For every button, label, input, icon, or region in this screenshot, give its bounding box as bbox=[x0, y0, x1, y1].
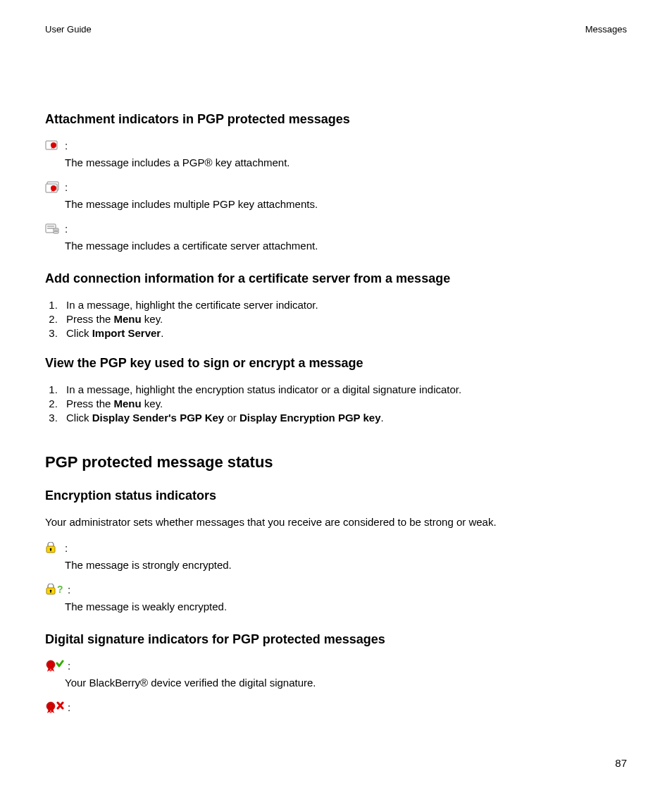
colon: : bbox=[65, 542, 68, 556]
step: Click Display Sender's PGP Key or Displa… bbox=[61, 412, 627, 424]
steps-view-pgp-key: In a message, highlight the encryption s… bbox=[45, 383, 627, 424]
menu-key-label: Menu bbox=[114, 398, 142, 409]
header-left: User Guide bbox=[45, 24, 92, 35]
indicator-desc-weak-encrypt: The message is weakly encrypted. bbox=[65, 600, 627, 612]
encryption-intro-text: Your administrator sets whether messages… bbox=[45, 516, 627, 528]
indicator-desc-cert-server: The message includes a certificate serve… bbox=[65, 240, 627, 252]
step: In a message, highlight the certificate … bbox=[61, 299, 627, 311]
step: Press the Menu key. bbox=[61, 398, 627, 409]
signature-not-verified-icon bbox=[45, 701, 68, 715]
colon: : bbox=[68, 701, 70, 715]
indicator-desc-pgp-key: The message includes a PGP® key attachme… bbox=[65, 156, 627, 168]
pgp-multi-key-attachment-icon bbox=[45, 181, 65, 195]
display-encryption-key-label: Display Encryption PGP key bbox=[239, 412, 381, 424]
step: In a message, highlight the encryption s… bbox=[61, 383, 627, 395]
heading-pgp-protected-status: PGP protected message status bbox=[45, 453, 627, 472]
svg-rect-9 bbox=[54, 230, 58, 230]
svg-rect-8 bbox=[54, 228, 58, 233]
weak-encryption-lock-icon: ? bbox=[45, 584, 68, 598]
import-server-label: Import Server bbox=[92, 327, 161, 339]
svg-rect-7 bbox=[47, 228, 54, 229]
indicator-desc-sig-verified: Your BlackBerry® device verified the dig… bbox=[65, 677, 627, 689]
strong-encryption-lock-icon bbox=[45, 542, 65, 556]
svg-rect-16 bbox=[50, 591, 51, 593]
indicator-desc-strong-encrypt: The message is strongly encrypted. bbox=[65, 559, 627, 571]
step: Click Import Server. bbox=[61, 327, 627, 339]
heading-attachment-indicators: Attachment indicators in PGP protected m… bbox=[45, 112, 627, 127]
signature-verified-icon bbox=[45, 660, 68, 674]
pgp-key-attachment-icon bbox=[45, 140, 65, 154]
heading-encryption-status: Encryption status indicators bbox=[45, 488, 627, 503]
page-number: 87 bbox=[615, 757, 627, 769]
heading-add-connection: Add connection information for a certifi… bbox=[45, 271, 627, 286]
indicator-desc-pgp-multi-key: The message includes multiple PGP key at… bbox=[65, 198, 627, 210]
steps-add-connection: In a message, highlight the certificate … bbox=[45, 299, 627, 339]
svg-rect-10 bbox=[54, 231, 58, 232]
svg-rect-6 bbox=[47, 226, 54, 227]
step: Press the Menu key. bbox=[61, 313, 627, 325]
display-sender-key-label: Display Sender's PGP Key bbox=[92, 412, 225, 424]
colon: : bbox=[65, 223, 68, 237]
svg-text:?: ? bbox=[57, 584, 63, 595]
heading-digital-signature: Digital signature indicators for PGP pro… bbox=[45, 632, 627, 647]
cert-server-attachment-icon bbox=[45, 223, 65, 237]
colon: : bbox=[68, 584, 70, 598]
header-right: Messages bbox=[585, 24, 627, 35]
svg-rect-13 bbox=[50, 549, 51, 551]
colon: : bbox=[68, 660, 70, 674]
colon: : bbox=[65, 140, 68, 154]
heading-view-pgp-key: View the PGP key used to sign or encrypt… bbox=[45, 356, 627, 371]
colon: : bbox=[65, 181, 68, 195]
menu-key-label: Menu bbox=[114, 313, 142, 325]
